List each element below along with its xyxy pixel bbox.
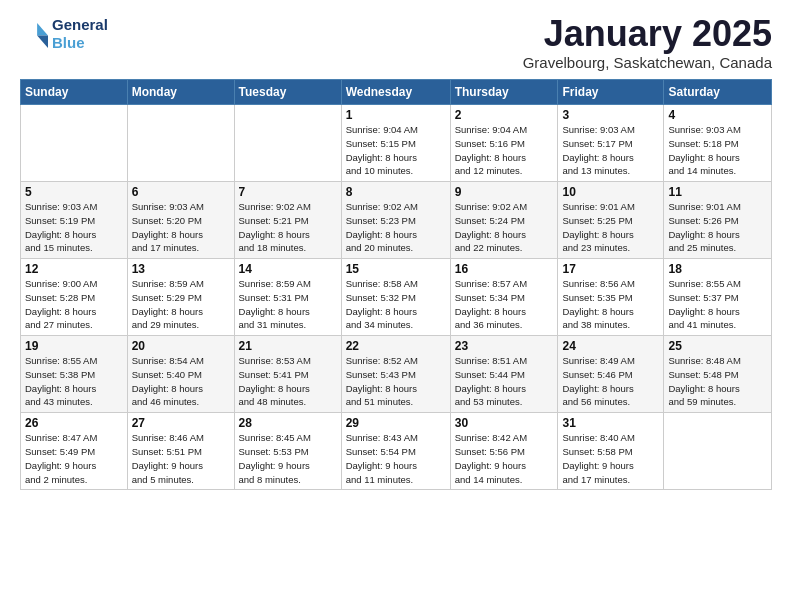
day-cell: 3Sunrise: 9:03 AM Sunset: 5:17 PM Daylig… xyxy=(558,105,664,182)
day-info: Sunrise: 8:48 AM Sunset: 5:48 PM Dayligh… xyxy=(668,354,767,409)
day-number: 21 xyxy=(239,339,337,353)
day-info: Sunrise: 9:04 AM Sunset: 5:15 PM Dayligh… xyxy=(346,123,446,178)
logo-line1: General xyxy=(52,16,108,34)
day-info: Sunrise: 9:03 AM Sunset: 5:17 PM Dayligh… xyxy=(562,123,659,178)
day-number: 19 xyxy=(25,339,123,353)
logo-line2: Blue xyxy=(52,34,108,52)
day-number: 31 xyxy=(562,416,659,430)
day-cell: 6Sunrise: 9:03 AM Sunset: 5:20 PM Daylig… xyxy=(127,182,234,259)
day-cell xyxy=(21,105,128,182)
day-cell: 22Sunrise: 8:52 AM Sunset: 5:43 PM Dayli… xyxy=(341,336,450,413)
day-info: Sunrise: 9:03 AM Sunset: 5:18 PM Dayligh… xyxy=(668,123,767,178)
day-number: 2 xyxy=(455,108,554,122)
day-info: Sunrise: 8:53 AM Sunset: 5:41 PM Dayligh… xyxy=(239,354,337,409)
weekday-header-tuesday: Tuesday xyxy=(234,80,341,105)
day-cell: 15Sunrise: 8:58 AM Sunset: 5:32 PM Dayli… xyxy=(341,259,450,336)
day-number: 14 xyxy=(239,262,337,276)
week-row-1: 1Sunrise: 9:04 AM Sunset: 5:15 PM Daylig… xyxy=(21,105,772,182)
day-cell: 29Sunrise: 8:43 AM Sunset: 5:54 PM Dayli… xyxy=(341,413,450,490)
day-cell: 11Sunrise: 9:01 AM Sunset: 5:26 PM Dayli… xyxy=(664,182,772,259)
weekday-header-row: SundayMondayTuesdayWednesdayThursdayFrid… xyxy=(21,80,772,105)
day-info: Sunrise: 9:04 AM Sunset: 5:16 PM Dayligh… xyxy=(455,123,554,178)
day-info: Sunrise: 8:51 AM Sunset: 5:44 PM Dayligh… xyxy=(455,354,554,409)
location: Gravelbourg, Saskatchewan, Canada xyxy=(523,54,772,71)
day-number: 1 xyxy=(346,108,446,122)
day-info: Sunrise: 8:59 AM Sunset: 5:31 PM Dayligh… xyxy=(239,277,337,332)
page: General Blue January 2025 Gravelbourg, S… xyxy=(0,0,792,612)
day-info: Sunrise: 8:46 AM Sunset: 5:51 PM Dayligh… xyxy=(132,431,230,486)
day-cell: 14Sunrise: 8:59 AM Sunset: 5:31 PM Dayli… xyxy=(234,259,341,336)
day-cell: 10Sunrise: 9:01 AM Sunset: 5:25 PM Dayli… xyxy=(558,182,664,259)
day-info: Sunrise: 9:00 AM Sunset: 5:28 PM Dayligh… xyxy=(25,277,123,332)
day-info: Sunrise: 9:02 AM Sunset: 5:24 PM Dayligh… xyxy=(455,200,554,255)
day-info: Sunrise: 8:59 AM Sunset: 5:29 PM Dayligh… xyxy=(132,277,230,332)
day-number: 17 xyxy=(562,262,659,276)
day-info: Sunrise: 8:55 AM Sunset: 5:38 PM Dayligh… xyxy=(25,354,123,409)
day-info: Sunrise: 8:42 AM Sunset: 5:56 PM Dayligh… xyxy=(455,431,554,486)
day-number: 8 xyxy=(346,185,446,199)
day-info: Sunrise: 8:52 AM Sunset: 5:43 PM Dayligh… xyxy=(346,354,446,409)
day-cell: 24Sunrise: 8:49 AM Sunset: 5:46 PM Dayli… xyxy=(558,336,664,413)
day-cell: 31Sunrise: 8:40 AM Sunset: 5:58 PM Dayli… xyxy=(558,413,664,490)
day-cell: 16Sunrise: 8:57 AM Sunset: 5:34 PM Dayli… xyxy=(450,259,558,336)
logo: General Blue xyxy=(20,16,108,52)
day-number: 7 xyxy=(239,185,337,199)
day-cell: 9Sunrise: 9:02 AM Sunset: 5:24 PM Daylig… xyxy=(450,182,558,259)
day-info: Sunrise: 9:01 AM Sunset: 5:26 PM Dayligh… xyxy=(668,200,767,255)
day-number: 23 xyxy=(455,339,554,353)
day-number: 3 xyxy=(562,108,659,122)
day-info: Sunrise: 9:03 AM Sunset: 5:19 PM Dayligh… xyxy=(25,200,123,255)
day-number: 6 xyxy=(132,185,230,199)
weekday-header-thursday: Thursday xyxy=(450,80,558,105)
day-number: 13 xyxy=(132,262,230,276)
logo-icon xyxy=(20,20,48,48)
day-cell: 2Sunrise: 9:04 AM Sunset: 5:16 PM Daylig… xyxy=(450,105,558,182)
day-number: 4 xyxy=(668,108,767,122)
day-cell xyxy=(234,105,341,182)
svg-marker-1 xyxy=(37,36,48,48)
day-info: Sunrise: 9:01 AM Sunset: 5:25 PM Dayligh… xyxy=(562,200,659,255)
day-cell: 4Sunrise: 9:03 AM Sunset: 5:18 PM Daylig… xyxy=(664,105,772,182)
week-row-4: 19Sunrise: 8:55 AM Sunset: 5:38 PM Dayli… xyxy=(21,336,772,413)
calendar: SundayMondayTuesdayWednesdayThursdayFrid… xyxy=(20,79,772,490)
day-number: 11 xyxy=(668,185,767,199)
day-cell: 30Sunrise: 8:42 AM Sunset: 5:56 PM Dayli… xyxy=(450,413,558,490)
day-cell: 12Sunrise: 9:00 AM Sunset: 5:28 PM Dayli… xyxy=(21,259,128,336)
day-cell: 17Sunrise: 8:56 AM Sunset: 5:35 PM Dayli… xyxy=(558,259,664,336)
month-title: January 2025 xyxy=(523,16,772,52)
day-info: Sunrise: 8:57 AM Sunset: 5:34 PM Dayligh… xyxy=(455,277,554,332)
day-number: 20 xyxy=(132,339,230,353)
day-number: 10 xyxy=(562,185,659,199)
weekday-header-monday: Monday xyxy=(127,80,234,105)
week-row-5: 26Sunrise: 8:47 AM Sunset: 5:49 PM Dayli… xyxy=(21,413,772,490)
day-info: Sunrise: 8:49 AM Sunset: 5:46 PM Dayligh… xyxy=(562,354,659,409)
day-number: 24 xyxy=(562,339,659,353)
day-cell xyxy=(664,413,772,490)
day-number: 16 xyxy=(455,262,554,276)
day-cell: 21Sunrise: 8:53 AM Sunset: 5:41 PM Dayli… xyxy=(234,336,341,413)
day-cell: 8Sunrise: 9:02 AM Sunset: 5:23 PM Daylig… xyxy=(341,182,450,259)
day-number: 15 xyxy=(346,262,446,276)
day-cell xyxy=(127,105,234,182)
weekday-header-wednesday: Wednesday xyxy=(341,80,450,105)
day-info: Sunrise: 8:56 AM Sunset: 5:35 PM Dayligh… xyxy=(562,277,659,332)
day-number: 26 xyxy=(25,416,123,430)
day-number: 18 xyxy=(668,262,767,276)
weekday-header-sunday: Sunday xyxy=(21,80,128,105)
day-cell: 23Sunrise: 8:51 AM Sunset: 5:44 PM Dayli… xyxy=(450,336,558,413)
day-cell: 13Sunrise: 8:59 AM Sunset: 5:29 PM Dayli… xyxy=(127,259,234,336)
svg-marker-0 xyxy=(37,23,48,35)
day-info: Sunrise: 9:03 AM Sunset: 5:20 PM Dayligh… xyxy=(132,200,230,255)
day-cell: 20Sunrise: 8:54 AM Sunset: 5:40 PM Dayli… xyxy=(127,336,234,413)
logo-text: General Blue xyxy=(52,16,108,52)
day-number: 22 xyxy=(346,339,446,353)
day-cell: 25Sunrise: 8:48 AM Sunset: 5:48 PM Dayli… xyxy=(664,336,772,413)
day-cell: 27Sunrise: 8:46 AM Sunset: 5:51 PM Dayli… xyxy=(127,413,234,490)
day-info: Sunrise: 9:02 AM Sunset: 5:23 PM Dayligh… xyxy=(346,200,446,255)
day-number: 12 xyxy=(25,262,123,276)
day-number: 30 xyxy=(455,416,554,430)
day-cell: 5Sunrise: 9:03 AM Sunset: 5:19 PM Daylig… xyxy=(21,182,128,259)
day-info: Sunrise: 8:43 AM Sunset: 5:54 PM Dayligh… xyxy=(346,431,446,486)
weekday-header-friday: Friday xyxy=(558,80,664,105)
day-number: 9 xyxy=(455,185,554,199)
